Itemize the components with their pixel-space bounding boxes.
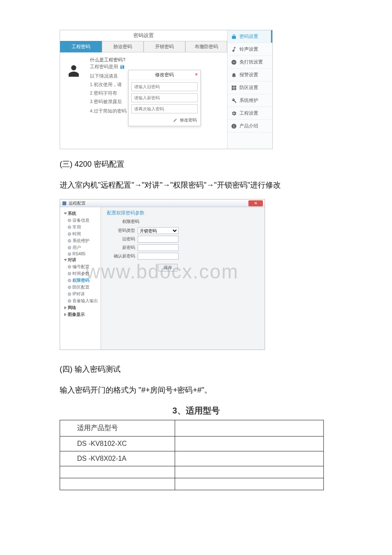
- close-icon[interactable]: ×: [195, 72, 198, 77]
- panel-title: 密码设置: [60, 30, 227, 41]
- pencil-icon: [173, 118, 177, 122]
- tree-item[interactable]: 音量输入输出: [68, 298, 100, 304]
- table-row: [60, 478, 175, 490]
- modal-title: 修改密码: [155, 72, 174, 78]
- tree-group-network[interactable]: 网络: [64, 305, 100, 311]
- lbl-type: 密码类型: [107, 228, 135, 234]
- tree-item[interactable]: 编号配置: [68, 264, 100, 270]
- section4-text: 输入密码开门的格式为 "#+房间号+密码+#"。: [60, 384, 332, 397]
- side-eng[interactable]: 工程设置: [228, 107, 272, 120]
- side-label: 防区设置: [239, 84, 258, 91]
- change-password-modal: 修改密码 × 修改密码: [128, 70, 201, 126]
- avatar-icon: [66, 62, 81, 79]
- tree-item[interactable]: IP对讲: [68, 291, 100, 297]
- side-alarm[interactable]: 报警设置: [228, 69, 272, 81]
- confirm-password-input[interactable]: [131, 104, 198, 113]
- lbl-confirm: 确认新密码: [107, 253, 135, 259]
- password-tabs: 工程密码 胁迫密码 开锁密码 布撤防密码: [60, 41, 227, 52]
- dnd-icon: [231, 59, 237, 65]
- side-password[interactable]: 密码设置: [228, 30, 272, 43]
- side-label: 免打扰设置: [239, 59, 263, 65]
- table-row: DS -KV8102-XC: [60, 436, 175, 451]
- side-label: 系统维护: [239, 97, 258, 104]
- lbl-new: 新密码: [107, 245, 135, 251]
- tree-item[interactable]: 时间参数: [68, 271, 100, 277]
- svg-rect-0: [63, 201, 66, 205]
- music-icon: [231, 46, 237, 52]
- tree-item[interactable]: RS485: [68, 251, 100, 256]
- tree-item[interactable]: 系统维护: [68, 238, 100, 244]
- tree-item[interactable]: 常用: [68, 224, 100, 230]
- window-title: 远程配置: [69, 200, 86, 206]
- section3-title: (三) 4200 密码配置: [60, 158, 332, 171]
- gear-icon: [231, 110, 237, 116]
- new-password-input[interactable]: [131, 93, 198, 102]
- side-about[interactable]: 产品介绍: [228, 120, 272, 133]
- cfg-subtitle: 权限密码: [122, 219, 259, 225]
- wrench-icon: [231, 98, 237, 104]
- new-pwd-input[interactable]: [138, 244, 179, 251]
- side-label: 铃声设置: [239, 46, 258, 52]
- tree-item[interactable]: 防区配置: [68, 284, 100, 290]
- save-button[interactable]: 保存: [158, 264, 178, 272]
- save-icon: [120, 64, 125, 69]
- table-header: 适用产品型号: [60, 420, 175, 436]
- settings-sidemenu: 密码设置 铃声设置 免打扰设置 报警设置 防区设置 系统维护: [227, 30, 272, 149]
- side-label: 报警设置: [239, 72, 258, 78]
- side-dnd[interactable]: 免打扰设置: [228, 56, 272, 69]
- tree-item[interactable]: 设备信息: [68, 217, 100, 223]
- config-tree: 系统 设备信息 常用 时间 系统维护 用户 RS485 对讲: [60, 207, 101, 350]
- table-row: [60, 466, 175, 478]
- tab-armdisarm[interactable]: 布撤防密码: [185, 41, 227, 52]
- old-pwd-input[interactable]: [138, 236, 179, 243]
- side-zone[interactable]: 防区设置: [228, 81, 272, 94]
- tree-item-permpwd[interactable]: 权限密码: [68, 278, 100, 283]
- pwd-type-select[interactable]: 开锁密码: [138, 227, 179, 234]
- table-row: DS -KV8X02-1A: [60, 451, 175, 466]
- tree-item[interactable]: 时间: [68, 231, 100, 237]
- bell-icon: [231, 72, 237, 78]
- side-label: 密码设置: [239, 33, 258, 40]
- info-icon: [231, 123, 237, 129]
- tab-engineering[interactable]: 工程密码: [60, 41, 102, 52]
- lock-icon: [231, 34, 237, 40]
- grid-icon: [231, 85, 237, 91]
- side-label: 工程设置: [239, 110, 258, 116]
- models-heading: 3、适用型号: [60, 405, 332, 416]
- tree-group-intercom[interactable]: 对讲: [64, 257, 100, 263]
- desc-text: 工程密码是用: [90, 64, 118, 70]
- remote-config-window: 远程配置 ✕ 系统 设备信息 常用 时间 系统维护 用户 RS485: [60, 199, 265, 350]
- tab-duress[interactable]: 胁迫密码: [102, 41, 144, 52]
- side-maint[interactable]: 系统维护: [228, 94, 272, 107]
- modal-action[interactable]: 修改密码: [180, 118, 197, 122]
- confirm-pwd-input[interactable]: [138, 253, 179, 260]
- question-text: 什么是工程密码?: [90, 57, 223, 63]
- tree-group-image[interactable]: 图像显示: [64, 312, 100, 318]
- section3-text: 进入室内机"远程配置"→"对讲"→"权限密码"→"开锁密码"进行修改: [60, 179, 332, 192]
- app-icon: [62, 201, 67, 206]
- cfg-title: 配置权限密码参数: [107, 210, 259, 216]
- models-table: 适用产品型号 DS -KV8102-XC DS -KV8X02-1A: [60, 420, 324, 490]
- side-ringtone[interactable]: 铃声设置: [228, 43, 272, 56]
- password-settings-panel: 密码设置 工程密码 胁迫密码 开锁密码 布撤防密码 什么是工程密码? 工程密码是…: [60, 30, 273, 149]
- tab-unlock[interactable]: 开锁密码: [144, 41, 185, 52]
- close-icon[interactable]: ✕: [248, 200, 263, 206]
- tree-item[interactable]: 用户: [68, 245, 100, 251]
- section4-title: (四) 输入密码测试: [60, 363, 332, 376]
- side-label: 产品介绍: [239, 123, 258, 129]
- tree-group-system[interactable]: 系统: [64, 211, 100, 217]
- old-password-input[interactable]: [131, 82, 198, 91]
- lbl-old: 旧密码: [107, 236, 135, 242]
